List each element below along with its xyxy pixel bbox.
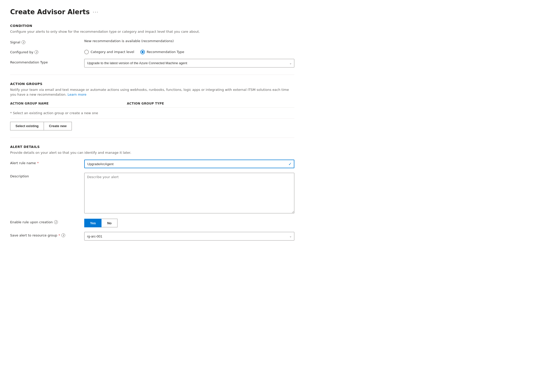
radio-recommendation[interactable]: Recommendation Type bbox=[140, 50, 184, 54]
recommendation-type-dropdown-wrapper: Upgrade to the latest version of the Azu… bbox=[84, 59, 294, 67]
description-label: Description bbox=[10, 173, 81, 178]
alert-details-header: ALERT DETAILS bbox=[10, 145, 294, 149]
configured-by-options: Category and impact level Recommendation… bbox=[84, 49, 294, 54]
enable-rule-info-icon[interactable]: i bbox=[54, 220, 58, 224]
radio-category-label: Category and impact level bbox=[91, 50, 134, 54]
radio-recommendation-label: Recommendation Type bbox=[147, 50, 184, 54]
signal-info-icon[interactable]: i bbox=[22, 40, 25, 44]
enable-rule-control: Yes No bbox=[84, 219, 294, 227]
action-groups-placeholder-text: * Select an existing action group or cre… bbox=[10, 111, 98, 115]
radio-group-configured-by: Category and impact level Recommendation… bbox=[84, 49, 294, 54]
radio-recommendation-outer bbox=[140, 50, 145, 54]
alert-rule-name-label: Alert rule name * bbox=[10, 160, 81, 165]
save-to-rg-dropdown[interactable]: rg-arc-001 bbox=[84, 232, 294, 241]
enable-rule-row: Enable rule upon creation i Yes No bbox=[10, 219, 294, 227]
col-header-name: ACTION GROUP NAME bbox=[10, 102, 127, 105]
action-groups-btn-row: Select existing Create new bbox=[10, 122, 294, 130]
select-existing-button[interactable]: Select existing bbox=[10, 122, 44, 130]
recommendation-type-dropdown[interactable]: Upgrade to the latest version of the Azu… bbox=[84, 59, 294, 67]
save-to-rg-info-icon[interactable]: i bbox=[61, 233, 65, 237]
configured-by-label: Configured by i bbox=[10, 49, 81, 54]
configured-by-row: Configured by i Category and impact leve… bbox=[10, 49, 294, 54]
save-to-rg-label: Save alert to resource group * i bbox=[10, 232, 81, 237]
toggle-yes-button[interactable]: Yes bbox=[84, 219, 102, 227]
save-to-rg-dropdown-wrapper: rg-arc-001 ⌄ bbox=[84, 232, 294, 241]
signal-value: New recommendation is available (recomme… bbox=[84, 39, 294, 43]
radio-recommendation-inner bbox=[142, 51, 144, 53]
toggle-no-button[interactable]: No bbox=[102, 219, 117, 227]
more-options-icon[interactable]: ··· bbox=[93, 9, 98, 15]
save-to-rg-control: rg-arc-001 ⌄ bbox=[84, 232, 294, 241]
page-title: Create Advisor Alerts bbox=[10, 8, 90, 16]
required-star-rg: * bbox=[59, 233, 60, 237]
condition-description: Configure your alerts to only show for t… bbox=[10, 29, 294, 34]
alert-rule-name-control: ✓ bbox=[84, 160, 294, 168]
condition-section: CONDITION Configure your alerts to only … bbox=[10, 24, 294, 67]
description-row: Description bbox=[10, 173, 294, 214]
divider-1 bbox=[10, 75, 294, 75]
action-groups-placeholder-row: * Select an existing action group or cre… bbox=[10, 108, 294, 119]
enable-rule-label: Enable rule upon creation i bbox=[10, 219, 81, 224]
alert-rule-name-row: Alert rule name * ✓ bbox=[10, 160, 294, 168]
page-title-row: Create Advisor Alerts ··· bbox=[10, 8, 294, 16]
divider-2 bbox=[10, 138, 294, 138]
configured-by-info-icon[interactable]: i bbox=[35, 50, 38, 54]
alert-details-description: Provide details on your alert so that yo… bbox=[10, 150, 294, 155]
radio-category-outer bbox=[84, 50, 89, 54]
create-new-button[interactable]: Create new bbox=[44, 122, 72, 130]
action-groups-header: ACTION GROUPS bbox=[10, 82, 294, 86]
recommendation-type-label: Recommendation Type bbox=[10, 59, 81, 64]
description-textarea[interactable] bbox=[84, 173, 294, 213]
action-groups-description: Notify your team via email and text mess… bbox=[10, 87, 294, 97]
col-header-type: ACTION GROUP TYPE bbox=[127, 102, 294, 105]
condition-section-header: CONDITION bbox=[10, 24, 294, 28]
required-star-name: * bbox=[37, 161, 39, 165]
alert-rule-name-wrapper: ✓ bbox=[84, 160, 294, 168]
alert-details-section: ALERT DETAILS Provide details on your al… bbox=[10, 145, 294, 241]
alert-rule-name-input[interactable] bbox=[84, 160, 294, 168]
signal-row: Signal i New recommendation is available… bbox=[10, 39, 294, 44]
recommendation-type-row: Recommendation Type Upgrade to the lates… bbox=[10, 59, 294, 67]
radio-category[interactable]: Category and impact level bbox=[84, 50, 134, 54]
action-groups-section: ACTION GROUPS Notify your team via email… bbox=[10, 82, 294, 130]
description-control bbox=[84, 173, 294, 214]
learn-more-link[interactable]: Learn more bbox=[67, 93, 86, 96]
save-to-rg-row: Save alert to resource group * i rg-arc-… bbox=[10, 232, 294, 241]
signal-label: Signal i bbox=[10, 39, 81, 44]
enable-rule-toggle-group: Yes No bbox=[84, 219, 294, 227]
recommendation-type-control: Upgrade to the latest version of the Azu… bbox=[84, 59, 294, 67]
action-groups-table-header: ACTION GROUP NAME ACTION GROUP TYPE bbox=[10, 102, 294, 108]
